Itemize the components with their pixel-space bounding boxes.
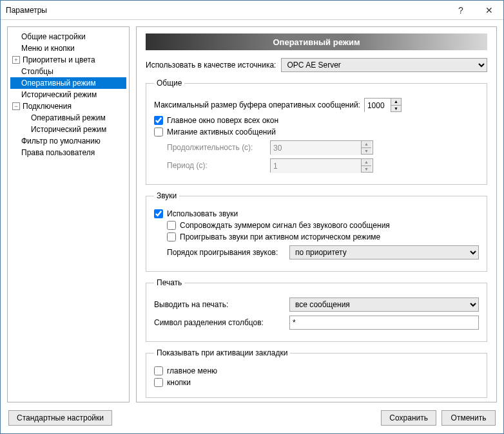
source-select[interactable]: OPC AE Server	[281, 58, 487, 72]
tabs-legend: Показывать при активации закладки	[154, 348, 290, 357]
close-icon: ✕	[485, 5, 493, 15]
period-label: Период (с):	[154, 161, 270, 170]
period-spinner: ▲ ▼	[270, 158, 373, 173]
window-title: Параметры	[6, 6, 447, 15]
tree-item-priorities-colors[interactable]: + Приоритеты и цвета	[10, 54, 126, 66]
show-main-menu-row: главное меню	[154, 366, 479, 375]
buzzer-checkbox[interactable]	[167, 221, 176, 230]
tree-item-general-settings[interactable]: Общие настройки	[10, 31, 126, 42]
tree-item-menu-buttons[interactable]: Меню и кнопки	[10, 42, 126, 54]
sound-order-label: Порядок проигрывания звуков:	[167, 248, 289, 257]
duration-label: Продолжительность (с):	[154, 143, 270, 152]
delimiter-row: Символ разделения столбцов:	[154, 316, 479, 330]
close-button[interactable]: ✕	[475, 1, 503, 20]
tree-item-conn-historical[interactable]: Исторический режим	[10, 124, 126, 135]
tree-item-user-rights[interactable]: Права пользователя	[10, 147, 126, 158]
sound-order-select[interactable]: по приоритету	[289, 245, 479, 259]
use-sounds-checkbox[interactable]	[154, 209, 163, 218]
duration-row: Продолжительность (с): ▲ ▼	[154, 140, 479, 155]
delimiter-input[interactable]	[289, 316, 479, 330]
source-row: Использовать в качестве источника: OPC A…	[146, 58, 487, 72]
tree-item-connections[interactable]: − Подключения	[10, 100, 126, 112]
use-sounds-label: Использовать звуки	[167, 209, 238, 218]
defaults-button[interactable]: Стандартные настройки	[8, 410, 112, 426]
buzzer-row: Сопровождать зуммером сигнал без звуково…	[167, 221, 479, 230]
general-legend: Общие	[154, 79, 184, 88]
buffer-spinner[interactable]: ▲ ▼	[364, 98, 402, 112]
tree-item-operative-mode[interactable]: Оперативный режим	[10, 77, 126, 89]
play-history-row: Проигрывать звуки при активном историчес…	[167, 232, 479, 241]
period-input	[271, 159, 361, 173]
general-group: Общие Максимальный размер буфера операти…	[146, 79, 487, 185]
content-area: Общие настройки Меню и кнопки + Приорите…	[1, 20, 503, 409]
blink-checkbox[interactable]	[154, 127, 163, 137]
print-output-select[interactable]: все сообщения	[289, 297, 479, 312]
spinner-up-icon: ▲	[362, 141, 371, 148]
buffer-label: Максимальный размер буфера оперативных с…	[154, 100, 360, 109]
spinner-up-icon[interactable]: ▲	[391, 99, 401, 106]
sounds-legend: Звуки	[154, 191, 179, 200]
spinner-up-icon: ▲	[362, 159, 371, 166]
topmost-checkbox[interactable]	[154, 116, 163, 125]
panel-title-banner: Оперативный режим	[146, 33, 487, 50]
expand-icon[interactable]: +	[12, 56, 20, 64]
blink-row: Мигание активных сообщений	[154, 127, 479, 137]
period-row: Период (с): ▲ ▼	[154, 158, 479, 173]
duration-spinner: ▲ ▼	[270, 140, 373, 155]
print-legend: Печать	[154, 278, 184, 287]
tabs-group: Показывать при активации закладки главно…	[146, 348, 487, 398]
show-buttons-checkbox[interactable]	[154, 378, 163, 387]
buffer-input[interactable]	[365, 99, 391, 113]
show-main-menu-checkbox[interactable]	[154, 366, 163, 375]
topmost-row: Главное окно поверх всех окон	[154, 116, 479, 125]
sound-order-row: Порядок проигрывания звуков: по приорите…	[167, 245, 479, 259]
show-main-menu-label: главное меню	[167, 366, 217, 375]
spinner-down-icon: ▼	[362, 148, 371, 155]
tree-item-columns[interactable]: Столбцы	[10, 66, 126, 77]
tree-item-default-filter[interactable]: Фильтр по умолчанию	[10, 135, 126, 147]
source-label: Использовать в качестве источника:	[146, 61, 276, 70]
print-group: Печать Выводить на печать: все сообщения…	[146, 278, 487, 342]
cancel-button[interactable]: Отменить	[441, 410, 496, 426]
show-buttons-label: кнопки	[167, 378, 191, 387]
help-button[interactable]: ?	[447, 1, 475, 20]
spinner-down-icon: ▼	[362, 166, 371, 173]
duration-input	[271, 141, 361, 155]
button-bar: Стандартные настройки Сохранить Отменить	[1, 409, 503, 433]
titlebar: Параметры ? ✕	[1, 1, 503, 20]
navigation-tree[interactable]: Общие настройки Меню и кнопки + Приорите…	[7, 26, 130, 402]
topmost-label: Главное окно поверх всех окон	[167, 116, 278, 125]
settings-window: Параметры ? ✕ Общие настройки Меню и кно…	[0, 0, 504, 434]
tree-item-historical-mode[interactable]: Исторический режим	[10, 89, 126, 100]
save-button[interactable]: Сохранить	[381, 410, 436, 426]
buffer-row: Максимальный размер буфера оперативных с…	[154, 98, 479, 112]
show-buttons-row: кнопки	[154, 378, 479, 387]
sounds-group: Звуки Использовать звуки Сопровождать зу…	[146, 191, 487, 272]
delimiter-label: Символ разделения столбцов:	[154, 318, 289, 327]
use-sounds-row: Использовать звуки	[154, 209, 479, 218]
blink-label: Мигание активных сообщений	[167, 127, 276, 137]
main-panel: Оперативный режим Использовать в качеств…	[136, 26, 497, 402]
play-history-label: Проигрывать звуки при активном историчес…	[180, 232, 380, 241]
tree-item-conn-operative[interactable]: Оперативный режим	[10, 112, 126, 124]
spinner-down-icon[interactable]: ▼	[391, 106, 401, 112]
collapse-icon[interactable]: −	[12, 102, 20, 110]
play-history-checkbox[interactable]	[167, 232, 176, 241]
buzzer-label: Сопровождать зуммером сигнал без звуково…	[180, 221, 390, 230]
print-output-label: Выводить на печать:	[154, 300, 289, 309]
print-output-row: Выводить на печать: все сообщения	[154, 297, 479, 312]
